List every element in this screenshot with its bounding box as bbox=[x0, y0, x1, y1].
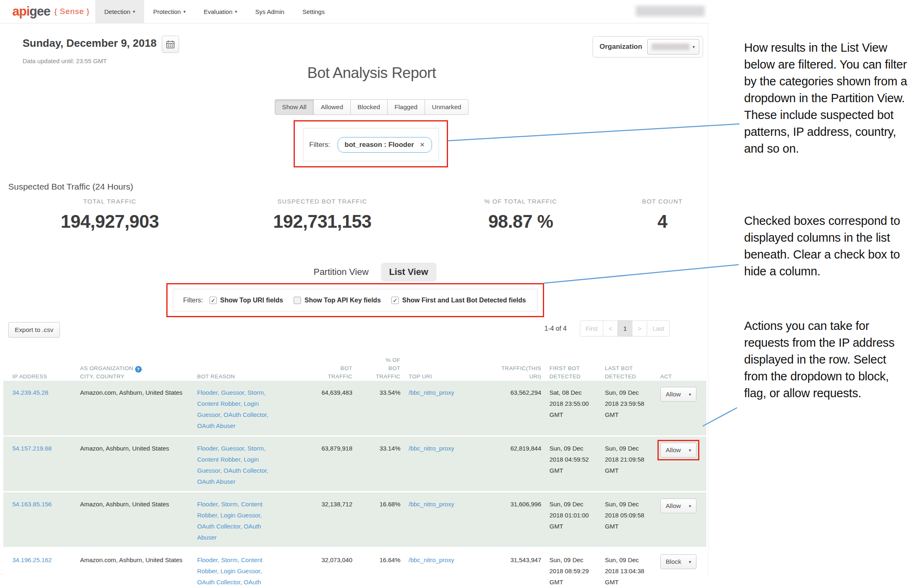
cell-as-organization: Amazon, Ashburn, United States bbox=[80, 443, 189, 487]
stat-suspected-bot-traffic: SUSPECTED BOT TRAFFIC 192,731,153 bbox=[220, 198, 425, 232]
checkbox-show-top-uri[interactable]: ✓ Show Top URI fields bbox=[209, 297, 283, 304]
bot-reason-link[interactable]: Login Guessor bbox=[221, 567, 260, 574]
checkbox-show-first-last-detected[interactable]: ✓ Show First and Last Bot Detected field… bbox=[391, 297, 526, 304]
calendar-picker-button[interactable] bbox=[162, 36, 179, 53]
bot-reason-link[interactable]: OAuth Collector bbox=[197, 523, 240, 530]
cell-last-bot-detected: Sun, 09 Dec 2018 21:09:58 GMT bbox=[605, 443, 652, 487]
col-header-last-bot-detected: LAST BOTDETECTED bbox=[605, 345, 652, 381]
navbar: apigee { Sense } Detection ▾ Protection … bbox=[0, 0, 708, 23]
bot-reason-link[interactable]: OAuth Collector bbox=[223, 411, 267, 418]
checkbox-icon[interactable] bbox=[294, 297, 301, 304]
cell-bot-traffic: 63,879,918 bbox=[287, 443, 352, 487]
cell-act: Block ▾ bbox=[660, 554, 705, 588]
ip-address-link[interactable]: 54.163.85.156 bbox=[12, 501, 52, 508]
caret-down-icon: ▾ bbox=[689, 503, 691, 509]
sense-logo-text: { Sense } bbox=[54, 7, 90, 16]
bot-reason-link[interactable]: Guessor bbox=[221, 445, 244, 452]
ip-address-link[interactable]: 34.239.45.28 bbox=[12, 389, 48, 396]
bot-reason-link[interactable]: OAuth Collector bbox=[223, 467, 267, 474]
bot-reason-link[interactable]: OAuth Abuser bbox=[197, 422, 235, 429]
cell-act: Allow ▾ bbox=[660, 499, 705, 543]
export-csv-button[interactable]: Export to .csv bbox=[8, 322, 60, 338]
cell-ip-address: 34.239.45.28 bbox=[12, 387, 72, 431]
tab-unmarked[interactable]: Unmarked bbox=[425, 99, 469, 115]
cell-ip-address: 54.163.85.156 bbox=[12, 499, 72, 543]
cell-traffic-this-uri: 31,606,996 bbox=[483, 499, 541, 543]
table-row: 54.157.219.68 Amazon, Ashburn, United St… bbox=[3, 437, 706, 491]
cell-as-organization: Amazon.com, Ashburn, United States bbox=[80, 554, 189, 588]
checkbox-show-top-api-key[interactable]: Show Top API Key fields bbox=[294, 297, 381, 304]
bot-reason-link[interactable]: Content Robber bbox=[197, 456, 240, 463]
bot-reason-link[interactable]: Storm bbox=[221, 556, 237, 563]
bot-reason-link[interactable]: Guessor bbox=[221, 389, 244, 396]
tab-allowed[interactable]: Allowed bbox=[313, 99, 350, 115]
top-uri-link[interactable]: /bbc_nitro_proxy bbox=[409, 445, 454, 452]
organization-dropdown[interactable]: ▾ bbox=[647, 39, 699, 55]
col-header-first-bot-detected: FIRST BOTDETECTED bbox=[549, 345, 597, 381]
bot-reason-link[interactable]: Content Robber bbox=[197, 400, 240, 407]
nav-item-sys-admin[interactable]: Sys Admin bbox=[246, 0, 294, 23]
pagination-page-1[interactable]: 1 bbox=[618, 320, 632, 336]
cell-traffic-this-uri: 31,543,947 bbox=[483, 554, 541, 588]
view-switch: Partition View List View bbox=[0, 263, 743, 281]
filters-label: Filters: bbox=[183, 297, 203, 304]
nav-item-protection[interactable]: Protection ▾ bbox=[144, 0, 195, 23]
table-row: 34.196.25.162 Amazon.com, Ashburn, Unite… bbox=[3, 548, 706, 588]
top-uri-link[interactable]: /bbc_nitro_proxy bbox=[409, 389, 454, 396]
pagination-prev[interactable]: < bbox=[603, 320, 618, 336]
tab-list-view[interactable]: List View bbox=[381, 263, 437, 281]
annotation-actions: Actions you can take for requests from t… bbox=[744, 318, 909, 402]
checkbox-icon[interactable]: ✓ bbox=[209, 297, 217, 304]
tab-show-all[interactable]: Show All bbox=[275, 99, 314, 115]
top-uri-link[interactable]: /bbc_nitro_proxy bbox=[409, 501, 454, 508]
pagination-last[interactable]: Last bbox=[647, 320, 670, 336]
bot-reason-link[interactable]: Storm bbox=[248, 389, 264, 396]
cell-first-bot-detected: Sat, 08 Dec 2018 23:55:00 GMT bbox=[549, 387, 597, 431]
cell-bot-traffic: 32,138,712 bbox=[287, 499, 352, 543]
bot-reason-link[interactable]: OAuth Collector bbox=[197, 579, 240, 586]
cell-last-bot-detected: Sun, 09 Dec 2018 23:59:58 GMT bbox=[605, 387, 652, 431]
action-dropdown[interactable]: Block ▾ bbox=[660, 554, 696, 569]
col-header-pct-bot-traffic: % OFBOTTRAFFIC bbox=[361, 345, 400, 381]
cell-pct-bot-traffic: 33.14% bbox=[361, 443, 400, 487]
col-header-ip-address: IP ADDRESS bbox=[12, 345, 72, 381]
tab-partition-view[interactable]: Partition View bbox=[307, 263, 375, 281]
nav-item-detection[interactable]: Detection ▾ bbox=[95, 0, 144, 23]
cell-first-bot-detected: Sun, 09 Dec 2018 01:01:00 GMT bbox=[549, 499, 597, 543]
caret-down-icon: ▾ bbox=[133, 9, 135, 14]
nav-item-settings[interactable]: Settings bbox=[293, 0, 333, 23]
tab-blocked[interactable]: Blocked bbox=[350, 99, 388, 115]
cell-ip-address: 34.196.25.162 bbox=[12, 554, 72, 588]
pagination-first[interactable]: First bbox=[580, 320, 603, 336]
bot-reason-link[interactable]: Flooder bbox=[197, 445, 218, 452]
table-row: 34.239.45.28 Amazon.com, Ashburn, United… bbox=[3, 381, 706, 435]
caret-down-icon: ▾ bbox=[689, 448, 691, 453]
help-icon[interactable]: ? bbox=[135, 366, 142, 373]
action-dropdown[interactable]: Allow ▾ bbox=[660, 387, 696, 402]
bot-reason-link[interactable]: Flooder bbox=[197, 389, 218, 396]
cell-bot-reasons: Flooder, Guessor, Storm, Content Robber,… bbox=[197, 443, 279, 487]
nav-item-evaluation[interactable]: Evaluation ▾ bbox=[195, 0, 246, 23]
filters-label: Filters: bbox=[309, 141, 330, 149]
cell-first-bot-detected: Sun, 09 Dec 2018 08:59:29 GMT bbox=[549, 554, 597, 588]
bot-reason-link[interactable]: Storm bbox=[248, 445, 264, 452]
suspected-traffic-heading: Suspected Bot Traffic (24 Hours) bbox=[8, 182, 133, 192]
cell-pct-bot-traffic: 33.54% bbox=[361, 387, 400, 431]
bot-reason-link[interactable]: Storm bbox=[221, 501, 237, 508]
action-dropdown[interactable]: Allow ▾ bbox=[660, 499, 696, 513]
bot-reason-link[interactable]: OAuth Abuser bbox=[197, 478, 235, 485]
filter-chip-bot-reason[interactable]: bot_reason : Flooder ✕ bbox=[338, 137, 432, 153]
action-dropdown[interactable]: Allow ▾ bbox=[660, 443, 696, 458]
tab-flagged[interactable]: Flagged bbox=[387, 99, 425, 115]
bot-reason-link[interactable]: Login Guessor bbox=[221, 512, 260, 519]
top-uri-link[interactable]: /bbc_nitro_proxy bbox=[409, 556, 454, 563]
stat-total-traffic: TOTAL TRAFFIC 194,927,903 bbox=[0, 198, 220, 232]
checkbox-icon[interactable]: ✓ bbox=[391, 297, 399, 304]
bot-reason-link[interactable]: Flooder bbox=[197, 501, 218, 508]
bot-reason-link[interactable]: Flooder bbox=[197, 556, 218, 563]
pagination-next[interactable]: > bbox=[632, 320, 647, 336]
ip-address-link[interactable]: 34.196.25.162 bbox=[12, 556, 52, 563]
remove-filter-icon[interactable]: ✕ bbox=[420, 141, 425, 149]
ip-address-link[interactable]: 54.157.219.68 bbox=[12, 445, 52, 452]
pagination-range: 1-4 of 4 bbox=[489, 325, 567, 332]
